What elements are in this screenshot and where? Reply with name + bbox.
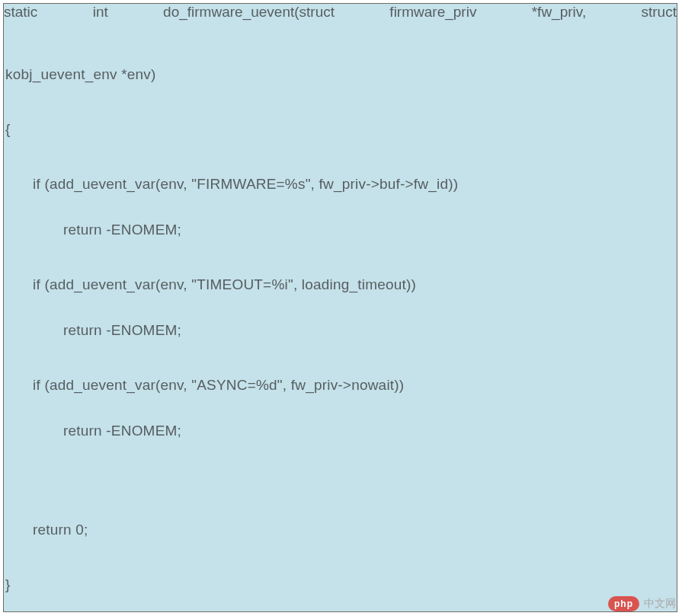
code-line-return-2: return -ENOMEM; xyxy=(63,322,181,340)
token: struct xyxy=(642,4,677,21)
code-line-if-1: if (add_uevent_var(env, "FIRMWARE=%s", f… xyxy=(33,176,458,193)
code-line-brace-close: } xyxy=(5,576,11,594)
code-line-if-3: if (add_uevent_var(env, "ASYNC=%d", fw_p… xyxy=(33,377,404,394)
code-line-return-3: return -ENOMEM; xyxy=(63,423,181,440)
code-line-return-1: return -ENOMEM; xyxy=(63,222,181,239)
watermark: php 中文网 xyxy=(608,596,676,611)
code-line-brace-open: { xyxy=(5,121,11,139)
watermark-text: 中文网 xyxy=(644,597,676,611)
token: static xyxy=(4,4,37,21)
token: *fw_priv, xyxy=(532,4,586,21)
code-line-return-0: return 0; xyxy=(33,522,88,539)
watermark-pill: php xyxy=(608,596,639,611)
code-block: static int do_firmware_uevent(struct fir… xyxy=(3,3,677,612)
code-line-signature-1: static int do_firmware_uevent(struct fir… xyxy=(4,4,677,21)
code-line-if-2: if (add_uevent_var(env, "TIMEOUT=%i", lo… xyxy=(33,276,416,294)
token: int xyxy=(93,4,108,21)
code-line-signature-2: kobj_uevent_env *env) xyxy=(5,66,156,84)
token: firmware_priv xyxy=(389,4,476,21)
token: do_firmware_uevent(struct xyxy=(163,4,335,21)
